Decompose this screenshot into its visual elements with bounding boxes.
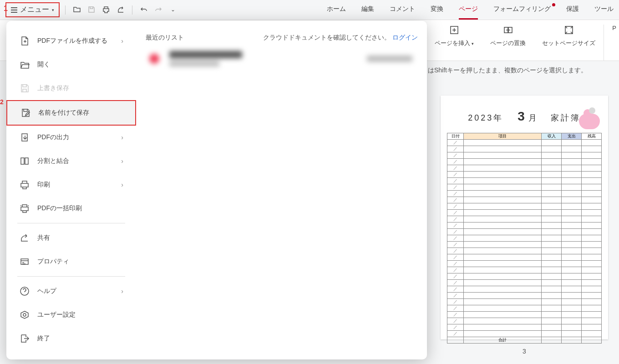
separator <box>17 223 125 223</box>
tab-strip: ホーム編集コメント変換ページフォームフィリング保護ツール <box>327 5 614 15</box>
table-row: ／ <box>447 267 602 273</box>
export-icon <box>19 132 30 143</box>
table-row: ／ <box>447 229 602 235</box>
menu-label: メニュー <box>20 5 49 15</box>
sidebar-item-split[interactable]: 分割と結合› <box>6 149 136 173</box>
table-row: ／ <box>447 318 602 324</box>
table-row: ／ <box>447 146 602 152</box>
table-row: ／ <box>447 312 602 318</box>
notification-dot-icon <box>552 3 555 6</box>
ribbon-replace[interactable]: ページの置換 <box>482 25 534 61</box>
recent-item-blurred[interactable] <box>146 50 418 67</box>
sidebar-item-print[interactable]: 印刷› <box>6 173 136 197</box>
chevron-right-icon: › <box>121 181 123 188</box>
hint-text: はShiftキーを押したまま、複数のページを選択します。 <box>428 66 587 75</box>
tab-7[interactable]: ツール <box>594 5 614 15</box>
new-icon <box>19 35 30 46</box>
menu-button[interactable]: メニュー ▾ <box>5 2 60 17</box>
dropdown-caret-icon: ▾ <box>52 8 54 12</box>
ribbon-size[interactable]: セットページサイズ <box>534 25 604 61</box>
tab-3[interactable]: 変換 <box>431 5 443 15</box>
sidebar-item-label: PDFファイルを作成する <box>37 37 107 45</box>
separator <box>17 276 125 277</box>
tab-1[interactable]: 編集 <box>361 5 374 15</box>
recent-panel: 最近のリスト クラウドドキュメントを確認してください。 ログイン <box>137 21 427 359</box>
print-icon <box>19 179 30 190</box>
sidebar-item-label: ユーザー設定 <box>37 311 76 319</box>
sidebar-item-saveas[interactable]: 名前を付けて保存 <box>6 100 136 126</box>
share-icon <box>19 233 30 243</box>
sidebar-item-label: 名前を付けて保存 <box>38 109 89 117</box>
sidebar-item-exit[interactable]: 終了 <box>6 327 136 350</box>
separator <box>132 5 132 15</box>
save-icon[interactable] <box>87 5 96 14</box>
redo-icon[interactable] <box>154 5 162 14</box>
quick-access-toolbar: ⌄ <box>64 5 177 15</box>
table-row: ／ <box>447 261 602 267</box>
page-number: 3 <box>523 348 526 355</box>
tab-0[interactable]: ホーム <box>327 5 346 15</box>
tab-4[interactable]: ページ <box>459 5 478 15</box>
settings-icon <box>19 309 30 320</box>
sidebar-item-open[interactable]: 開く <box>6 53 136 76</box>
app-menu-dropdown: PDFファイルを作成する›開く上書き保存名前を付けて保存PDFの出力›分割と結合… <box>6 21 427 359</box>
save-icon <box>19 83 30 94</box>
table-row: ／ <box>447 165 602 172</box>
sidebar-item-new[interactable]: PDFファイルを作成する› <box>6 29 136 53</box>
sidebar-item-help[interactable]: ヘルプ› <box>6 279 136 303</box>
chevron-right-icon: › <box>121 37 123 45</box>
qat-more-icon[interactable]: ⌄ <box>169 5 177 14</box>
sidebar: PDFファイルを作成する›開く上書き保存名前を付けて保存PDFの出力›分割と結合… <box>6 21 137 359</box>
table-row: ／ <box>447 210 602 216</box>
table-row: ／ <box>447 178 602 184</box>
svg-point-1 <box>23 313 26 316</box>
table-row: ／ <box>447 159 602 165</box>
table-row: ／ <box>447 286 602 293</box>
chevron-right-icon: › <box>121 288 123 295</box>
tab-6[interactable]: 保護 <box>566 5 579 15</box>
sidebar-item-export[interactable]: PDFの出力› <box>6 126 136 149</box>
table-row: ／ <box>447 216 602 222</box>
sidebar-item-settings[interactable]: ユーザー設定 <box>6 303 136 327</box>
sidebar-item-label: 印刷 <box>37 181 50 189</box>
sidebar-item-batchprint[interactable]: PDFの一括印刷 <box>6 197 136 220</box>
chevron-right-icon: › <box>121 134 123 141</box>
table-row: ／ <box>447 172 602 178</box>
pig-illustration <box>579 114 600 129</box>
table-row: ／ <box>447 140 602 146</box>
login-link[interactable]: ログイン <box>392 34 418 41</box>
table-row: ／ <box>447 242 602 248</box>
table-row: ／ <box>447 235 602 242</box>
sidebar-item-label: PDFの一括印刷 <box>37 204 82 212</box>
table-row: ／ <box>447 280 602 286</box>
table-row: ／ <box>447 331 602 337</box>
table-row: ／ <box>447 305 602 312</box>
tab-2[interactable]: コメント <box>390 5 415 15</box>
sidebar-item-label: 上書き保存 <box>37 84 69 92</box>
sidebar-item-label: ヘルプ <box>37 287 56 295</box>
print-icon[interactable] <box>102 5 110 14</box>
table-row: ／ <box>447 324 602 331</box>
sidebar-item-share[interactable]: 共有 <box>6 226 136 250</box>
sidebar-item-prop[interactable]: プロパティ <box>6 250 136 273</box>
insert-icon <box>449 25 460 35</box>
topbar: メニュー ▾ ⌄ ホーム編集コメント変換ページフォームフィリング保護ツール <box>0 0 619 20</box>
sidebar-item-label: 共有 <box>37 234 50 242</box>
sidebar-item-save: 上書き保存 <box>6 76 136 100</box>
table-row: ／ <box>447 299 602 305</box>
table-row: ／ <box>447 152 602 159</box>
page-thumbnail[interactable]: 2023年 3月 家計簿 日付 項目 収入 支出 残高 ／／／／／／／／／／／／… <box>441 96 608 339</box>
tab-5[interactable]: フォームフィリング <box>493 5 551 15</box>
share-icon[interactable] <box>117 5 125 14</box>
undo-icon[interactable] <box>140 5 148 14</box>
open-icon[interactable] <box>73 5 81 14</box>
saveas-icon <box>20 107 31 118</box>
sidebar-item-label: PDFの出力 <box>37 133 69 142</box>
table-row: ／ <box>447 184 602 191</box>
size-icon <box>563 25 574 35</box>
ribbon-insert[interactable]: ページを挿入 ▾ <box>426 25 482 61</box>
table-row: ／ <box>447 203 602 210</box>
hamburger-icon <box>11 7 17 13</box>
sidebar-item-label: プロパティ <box>37 258 69 266</box>
preview-table: 日付 項目 収入 支出 残高 ／／／／／／／／／／／／／／／／／／／／／／／／／… <box>447 133 602 344</box>
